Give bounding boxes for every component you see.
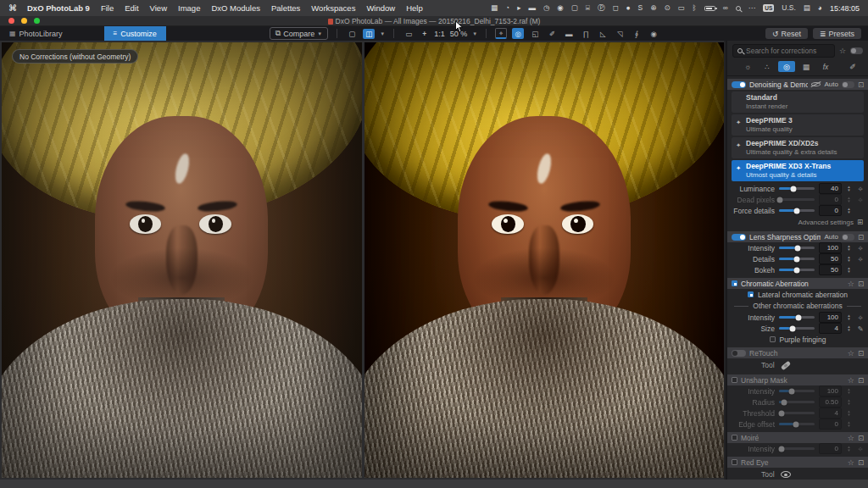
unsharp-intensity-slider[interactable] — [779, 390, 815, 392]
s-app-icon[interactable]: S — [638, 4, 643, 12]
purple-fringing-checkbox[interactable] — [770, 336, 776, 342]
favorite-star-icon[interactable]: ☆ — [848, 280, 854, 288]
slider-thumb[interactable] — [794, 267, 800, 273]
stepper-icon[interactable]: ▲▼ — [846, 256, 852, 263]
magic-wand-icon[interactable]: ✧ — [856, 244, 865, 252]
menu-workspaces[interactable]: Workspaces — [311, 3, 355, 13]
keyboard-layout-label[interactable]: U.S. — [782, 4, 796, 12]
stepper-icon[interactable]: ▲▼ — [846, 267, 852, 274]
red-eye-enable-checkbox[interactable] — [732, 459, 737, 465]
browser-app-icon[interactable]: ◉ — [557, 4, 563, 12]
lens-details-slider[interactable] — [779, 258, 815, 260]
record-icon[interactable]: ⊙ — [664, 4, 670, 12]
slider-thumb[interactable] — [778, 446, 784, 452]
collapse-icon[interactable]: ⊡ — [858, 233, 864, 241]
menubar-clock[interactable]: 15:48:05 — [830, 4, 860, 13]
slider-value[interactable]: 100 — [819, 312, 842, 323]
slider-thumb[interactable] — [790, 186, 796, 191]
pen-icon[interactable]: ✎ — [856, 324, 865, 333]
battery-icon[interactable] — [704, 6, 715, 11]
geometry-tab-icon[interactable]: ▦ — [798, 61, 815, 72]
keyboard-app-icon[interactable]: ⌸ — [586, 4, 590, 12]
patch-tool-icon[interactable] — [780, 360, 790, 370]
slider-value[interactable]: 0 — [819, 419, 842, 430]
slider-value[interactable]: 40 — [819, 183, 842, 194]
lens-sharpness-enable-toggle[interactable] — [732, 234, 746, 241]
slider-value[interactable]: 50 — [819, 253, 842, 264]
display-app-icon[interactable]: ▢ — [571, 4, 578, 12]
collapse-icon[interactable]: ⊡ — [858, 280, 864, 288]
menu-image[interactable]: Image — [178, 3, 200, 13]
stepper-icon[interactable]: ▲▼ — [846, 388, 852, 395]
stepper-icon[interactable]: ▲▼ — [846, 197, 852, 203]
slider-thumb[interactable] — [794, 208, 800, 214]
lens-auto-toggle[interactable] — [842, 234, 854, 241]
favorite-star-icon[interactable]: ☆ — [848, 458, 854, 467]
stepper-icon[interactable]: ▲▼ — [846, 325, 852, 332]
split-view-icon[interactable]: ◫ — [363, 29, 375, 39]
fit-screen-icon[interactable]: ▭ — [403, 29, 415, 39]
slider-value[interactable]: 100 — [819, 385, 842, 396]
tab-photolibrary[interactable]: ▦ PhotoLibrary — [0, 26, 72, 41]
stepper-icon[interactable]: ▲▼ — [846, 314, 852, 321]
slider-thumb[interactable] — [782, 399, 787, 405]
denoise-option-deepprime-xd3[interactable]: ✦ DeepPRIME XD3 X-Trans Utmost quality &… — [732, 160, 864, 181]
straighten-tool-icon[interactable]: ▬ — [563, 28, 575, 39]
menu-file[interactable]: File — [101, 3, 114, 13]
chromatic-size-slider[interactable] — [779, 327, 815, 330]
favorite-star-icon[interactable]: ☆ — [848, 376, 854, 385]
denoise-option-deepprime-xd[interactable]: ✦ DeepPRIME XD/XD2s Ultimate quality & e… — [732, 137, 864, 158]
purple-fringing-row[interactable]: Purple fringing — [727, 334, 868, 345]
slider-thumb[interactable] — [776, 197, 782, 202]
lateral-chromatic-row[interactable]: Lateral chromatic aberration — [727, 289, 868, 300]
unsharp-edge-offset-slider[interactable] — [779, 423, 815, 425]
magic-wand-icon[interactable]: ✧ — [856, 445, 865, 453]
image-pane-before[interactable]: No Corrections (without Geometry) — [2, 42, 362, 478]
unsharp-threshold-slider[interactable] — [779, 412, 815, 414]
menu-dxo-modules[interactable]: DxO Modules — [211, 3, 260, 13]
menu-app-name[interactable]: DxO PhotoLab 9 — [27, 3, 90, 13]
keystone-tool-icon[interactable]: ◹ — [614, 28, 626, 39]
slider-thumb[interactable] — [794, 256, 800, 262]
user-switch-icon[interactable]: ▤ — [804, 4, 810, 12]
terminal-app-icon[interactable]: ▬ — [528, 4, 536, 12]
color-tab-icon[interactable]: ∴ — [759, 61, 776, 72]
local-adjustments-brush-icon[interactable]: ✐ — [844, 61, 861, 72]
slider-value[interactable]: 0.50 — [819, 396, 842, 408]
chevron-down-icon[interactable]: ▼ — [472, 31, 477, 36]
denoising-section-header[interactable]: Denoising & Demosaicing Auto ⊡ — [727, 79, 868, 90]
denoise-option-standard[interactable]: Standard Instant render — [732, 92, 864, 113]
slider-value[interactable]: 0 — [819, 205, 842, 216]
presets-button[interactable]: ≣ Presets — [813, 28, 861, 39]
grid-app-icon[interactable]: ▦ — [491, 4, 498, 12]
camera-app-icon[interactable]: ◻ — [612, 4, 618, 12]
slider-thumb[interactable] — [789, 325, 795, 331]
denoising-enable-toggle[interactable] — [732, 81, 746, 88]
target-tool-icon[interactable]: ⌖ — [495, 28, 507, 39]
eye-icon[interactable] — [781, 471, 791, 478]
slider-value[interactable]: 100 — [819, 242, 842, 253]
siri-icon[interactable]: ◕ — [818, 4, 822, 12]
more-icon[interactable]: ⋯ — [748, 4, 756, 12]
image-pane-after[interactable] — [364, 42, 725, 478]
slider-thumb[interactable] — [788, 388, 794, 394]
menu-edit[interactable]: Edit — [125, 3, 138, 13]
denoising-auto-toggle[interactable] — [842, 81, 854, 88]
bluetooth-icon[interactable]: ᛒ — [693, 4, 697, 12]
panel-toggle[interactable] — [850, 47, 863, 54]
magic-wand-icon[interactable]: ✧ — [856, 185, 865, 193]
red-eye-section-header[interactable]: Red Eye ☆ ⊡ — [727, 457, 868, 468]
stepper-icon[interactable]: ▲▼ — [846, 446, 852, 452]
slider-thumb[interactable] — [793, 421, 799, 427]
spotlight-search-icon[interactable] — [736, 6, 741, 11]
moire-enable-checkbox[interactable] — [732, 435, 737, 441]
force-details-slider[interactable] — [779, 209, 815, 212]
horizon-tool-icon[interactable]: ∏ — [580, 28, 592, 39]
preview-eye-off-icon[interactable] — [811, 81, 821, 88]
retouch-tool-icon[interactable]: ∮ — [631, 28, 643, 39]
keyboard-layout-badge[interactable]: US — [763, 4, 774, 12]
link-icon[interactable]: ∞ — [723, 4, 728, 12]
stepper-icon[interactable]: ▲▼ — [846, 410, 852, 417]
favorites-star-icon[interactable]: ☆ — [839, 47, 846, 55]
single-view-icon[interactable]: ▢ — [346, 29, 358, 39]
